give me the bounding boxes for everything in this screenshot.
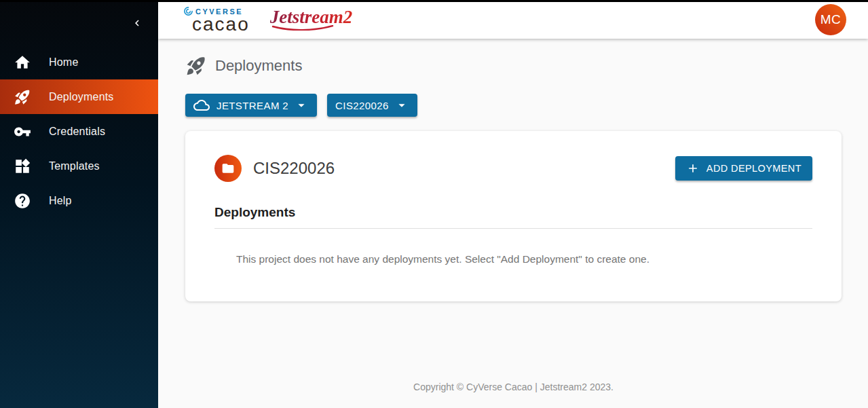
cloud-selector-button[interactable]: JETSTREAM 2 [185, 94, 317, 117]
sidebar-item-label: Help [49, 195, 72, 207]
cyverse-cacao-logo[interactable]: CYVERSE cacao [183, 6, 250, 33]
home-icon [14, 54, 31, 71]
sidebar-item-templates[interactable]: Templates [0, 149, 158, 183]
sidebar-item-help[interactable]: Help [0, 183, 158, 218]
empty-deployments-message: This project does not have any deploymen… [214, 253, 812, 265]
deployments-section-heading: Deployments [214, 205, 812, 220]
page-title: Deployments [215, 57, 302, 75]
sidebar-collapse-button[interactable] [131, 17, 143, 29]
project-title: CIS220026 [253, 159, 335, 178]
project-selector-button[interactable]: CIS220026 [327, 94, 417, 117]
rocket-icon [185, 55, 207, 77]
user-avatar[interactable]: MC [815, 4, 846, 35]
sidebar-item-label: Credentials [49, 126, 105, 138]
chevron-down-icon [294, 98, 309, 113]
top-black-bar [0, 0, 868, 2]
chevron-left-icon [131, 17, 143, 29]
chevron-down-icon [394, 98, 409, 113]
rocket-icon [14, 88, 31, 106]
project-card: CIS220026 ADD DEPLOYMENT Deployments Thi… [185, 131, 842, 301]
key-icon [14, 123, 31, 141]
page-title-row: Deployments [185, 55, 842, 77]
sidebar-item-credentials[interactable]: Credentials [0, 114, 158, 149]
page-content: Deployments JETSTREAM 2 CIS220026 [158, 39, 868, 408]
app-root: Home Deployments Credentials Templates H [0, 0, 868, 408]
jetstream2-brand-text: Jetstream2 [270, 7, 353, 27]
sidebar-item-home[interactable]: Home [0, 45, 158, 79]
cloud-icon [193, 97, 210, 113]
project-selector-label: CIS220026 [335, 100, 389, 111]
project-avatar [214, 155, 242, 182]
jetstream2-swoosh [271, 25, 334, 31]
app-header: CYVERSE cacao Jetstream2 MC [158, 0, 868, 39]
sidebar-item-deployments[interactable]: Deployments [0, 79, 158, 114]
widgets-icon [14, 157, 31, 175]
sidebar-item-label: Templates [49, 160, 100, 172]
cloud-selector-label: JETSTREAM 2 [216, 100, 288, 111]
cacao-brand-text: cacao [192, 16, 250, 33]
sidebar-item-label: Home [49, 56, 78, 69]
jetstream2-logo: Jetstream2 [270, 8, 353, 31]
plus-icon [686, 162, 700, 175]
sidebar-collapse-row [0, 0, 158, 45]
add-deployment-button[interactable]: ADD DEPLOYMENT [675, 156, 812, 181]
add-deployment-label: ADD DEPLOYMENT [706, 163, 801, 174]
sidebar-item-label: Deployments [49, 91, 114, 103]
selectors-row: JETSTREAM 2 CIS220026 [185, 94, 842, 117]
project-card-header: CIS220026 ADD DEPLOYMENT [214, 155, 812, 182]
main-area: CYVERSE cacao Jetstream2 MC Deployments [158, 0, 868, 408]
section-divider [214, 228, 812, 229]
sidebar: Home Deployments Credentials Templates H [0, 0, 158, 408]
help-icon [14, 192, 31, 210]
copyright-footer: Copyright © CyVerse Cacao | Jetstream2 2… [185, 382, 842, 392]
folder-icon [221, 162, 235, 175]
